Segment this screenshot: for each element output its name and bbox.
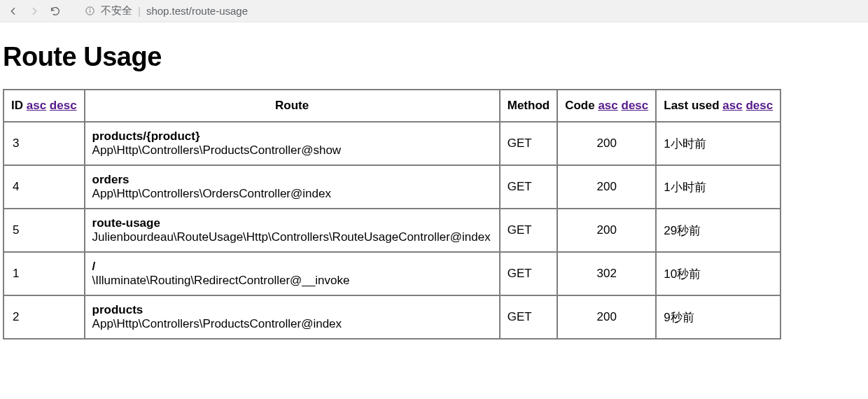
cell-lastused: 29秒前 — [656, 209, 780, 252]
col-header-method: Method — [500, 90, 557, 122]
cell-lastused: 10秒前 — [656, 252, 780, 295]
route-path: products/{product} — [92, 130, 491, 144]
back-icon[interactable] — [7, 5, 20, 18]
col-header-lastused: Last used asc desc — [656, 90, 780, 122]
route-action: App\Http\Controllers\ProductsController@… — [92, 317, 491, 331]
col-header-lastused-label: Last used — [664, 99, 719, 112]
cell-method: GET — [500, 165, 557, 209]
table-row: 5 route-usage Julienbourdeau\RouteUsage\… — [4, 209, 780, 252]
page-content: Route Usage ID asc desc Route Method Cod… — [0, 22, 868, 340]
svg-point-2 — [90, 9, 90, 10]
lastused-sort-desc-link[interactable]: desc — [746, 99, 773, 112]
address-bar[interactable]: 不安全 | shop.test/route-usage — [70, 4, 861, 18]
browser-toolbar: 不安全 | shop.test/route-usage — [0, 0, 868, 22]
table-row: 3 products/{product} App\Http\Controller… — [4, 122, 780, 165]
cell-route: orders App\Http\Controllers\OrdersContro… — [85, 165, 500, 209]
page-title: Route Usage — [3, 42, 868, 72]
cell-method: GET — [500, 122, 557, 165]
cell-method: GET — [500, 295, 557, 339]
cell-id: 1 — [4, 252, 85, 295]
cell-lastused: 9秒前 — [656, 295, 780, 339]
cell-route: / \Illuminate\Routing\RedirectController… — [85, 252, 500, 295]
cell-lastused: 1小时前 — [656, 122, 780, 165]
code-sort-desc-link[interactable]: desc — [622, 99, 649, 112]
table-row: 2 products App\Http\Controllers\Products… — [4, 295, 780, 339]
table-body: 3 products/{product} App\Http\Controller… — [4, 122, 780, 339]
cell-code: 200 — [557, 122, 656, 165]
cell-method: GET — [500, 209, 557, 252]
cell-id: 3 — [4, 122, 85, 165]
col-header-id-label: ID — [11, 99, 23, 112]
url-divider: | — [138, 5, 141, 17]
reload-icon[interactable] — [49, 5, 62, 18]
cell-route: products App\Http\Controllers\ProductsCo… — [85, 295, 500, 339]
route-path: / — [92, 260, 491, 274]
cell-route: products/{product} App\Http\Controllers\… — [85, 122, 500, 165]
route-usage-table: ID asc desc Route Method Code asc desc L… — [3, 89, 781, 340]
cell-route: route-usage Julienbourdeau\RouteUsage\Ht… — [85, 209, 500, 252]
code-sort-asc-link[interactable]: asc — [598, 99, 617, 112]
route-path: products — [92, 303, 491, 317]
cell-id: 5 — [4, 209, 85, 252]
col-header-code: Code asc desc — [557, 90, 656, 122]
table-row: 4 orders App\Http\Controllers\OrdersCont… — [4, 165, 780, 209]
route-action: App\Http\Controllers\OrdersController@in… — [92, 187, 491, 201]
col-header-id: ID asc desc — [4, 90, 85, 122]
table-row: 1 / \Illuminate\Routing\RedirectControll… — [4, 252, 780, 295]
cell-lastused: 1小时前 — [656, 165, 780, 209]
col-header-route: Route — [85, 90, 500, 122]
cell-method: GET — [500, 252, 557, 295]
lastused-sort-asc-link[interactable]: asc — [722, 99, 742, 112]
cell-code: 200 — [557, 295, 656, 339]
cell-id: 2 — [4, 295, 85, 339]
route-action: App\Http\Controllers\ProductsController@… — [92, 144, 491, 158]
cell-code: 302 — [557, 252, 656, 295]
cell-code: 200 — [557, 209, 656, 252]
id-sort-desc-link[interactable]: desc — [50, 99, 77, 112]
cell-code: 200 — [557, 165, 656, 209]
route-path: orders — [92, 173, 491, 187]
id-sort-asc-link[interactable]: asc — [27, 99, 46, 112]
route-action: \Illuminate\Routing\RedirectController@_… — [92, 274, 491, 288]
url-text: shop.test/route-usage — [146, 5, 248, 17]
route-path: route-usage — [92, 216, 491, 230]
table-header-row: ID asc desc Route Method Code asc desc L… — [4, 90, 780, 122]
forward-icon[interactable] — [28, 5, 41, 18]
info-icon[interactable] — [84, 6, 95, 17]
col-header-code-label: Code — [565, 99, 595, 112]
security-label: 不安全 — [101, 4, 132, 18]
route-action: Julienbourdeau\RouteUsage\Http\Controlle… — [92, 230, 491, 244]
cell-id: 4 — [4, 165, 85, 209]
